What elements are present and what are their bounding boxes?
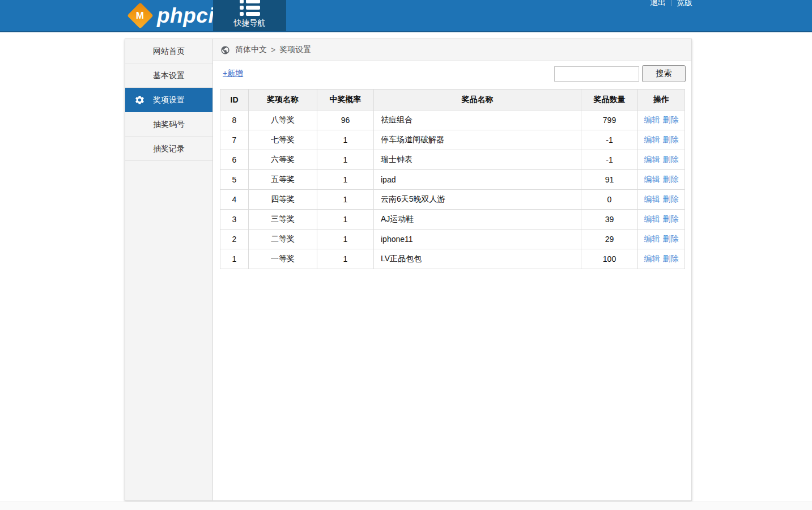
logout-link[interactable]: 退出 xyxy=(650,0,666,8)
sidebar-item-label: 抽奖码号 xyxy=(153,120,185,129)
col-header-award: 奖项名称 xyxy=(249,90,317,110)
wide-mode-link[interactable]: 宽版 xyxy=(677,0,692,8)
delete-link[interactable]: 删除 xyxy=(663,135,679,144)
cell-quantity: 91 xyxy=(581,170,638,190)
delete-link[interactable]: 删除 xyxy=(663,115,679,124)
cell-quantity: -1 xyxy=(581,130,638,150)
cell-probability: 1 xyxy=(317,190,374,210)
cell-probability: 1 xyxy=(317,170,374,190)
sidebar-item-lottery-codes[interactable]: 抽奖码号 xyxy=(125,112,212,137)
sidebar-item-award-settings[interactable]: 奖项设置 xyxy=(125,88,212,112)
table-row: 5 五等奖 1 ipad 91 编辑删除 xyxy=(220,170,685,190)
edit-link[interactable]: 编辑 xyxy=(644,234,660,243)
cell-id: 3 xyxy=(220,210,249,230)
logo-text: phpci xyxy=(157,4,214,28)
cell-prize: ipad xyxy=(374,170,581,190)
cell-id: 1 xyxy=(220,249,249,269)
search-input[interactable] xyxy=(554,66,639,82)
cell-id: 8 xyxy=(220,110,249,130)
cell-prize: 云南6天5晚双人游 xyxy=(374,190,581,210)
cell-probability: 96 xyxy=(317,110,374,130)
quick-nav-button[interactable]: 快捷导航 xyxy=(213,0,286,31)
cell-prize: 祛痘组合 xyxy=(374,110,581,130)
cell-actions: 编辑删除 xyxy=(638,210,685,230)
cell-actions: 编辑删除 xyxy=(638,110,685,130)
col-header-probability: 中奖概率 xyxy=(317,90,374,110)
logo-mark: M xyxy=(136,10,144,21)
quick-nav-label: 快捷导航 xyxy=(213,18,286,28)
edit-link[interactable]: 编辑 xyxy=(644,155,660,164)
cell-award: 二等奖 xyxy=(249,230,317,249)
table-row: 2 二等奖 1 iphone11 29 编辑删除 xyxy=(220,230,685,249)
toolbar: +新增 搜索 xyxy=(213,61,691,86)
delete-link[interactable]: 删除 xyxy=(663,214,679,223)
cell-award: 七等奖 xyxy=(249,130,317,150)
cell-award: 三等奖 xyxy=(249,210,317,230)
cell-actions: 编辑删除 xyxy=(638,150,685,170)
search-group: 搜索 xyxy=(554,65,686,82)
edit-link[interactable]: 编辑 xyxy=(644,135,660,144)
cell-actions: 编辑删除 xyxy=(638,170,685,190)
cell-award: 六等奖 xyxy=(249,150,317,170)
sidebar-item-lottery-records[interactable]: 抽奖记录 xyxy=(125,137,212,161)
edit-link[interactable]: 编辑 xyxy=(644,194,660,203)
cell-prize: LV正品包包 xyxy=(374,249,581,269)
breadcrumb-page: 奖项设置 xyxy=(279,45,311,55)
link-separator xyxy=(671,0,671,6)
cell-quantity: 29 xyxy=(581,230,638,249)
cell-id: 7 xyxy=(220,130,249,150)
sidebar-item-home[interactable]: 网站首页 xyxy=(125,39,212,63)
edit-link[interactable]: 编辑 xyxy=(644,254,660,263)
cell-id: 4 xyxy=(220,190,249,210)
search-button[interactable]: 搜索 xyxy=(642,65,686,82)
awards-table: ID 奖项名称 中奖概率 奖品名称 奖品数量 操作 8 八等奖 96 祛痘组合 … xyxy=(220,89,685,269)
sidebar: 网站首页 基本设置 奖项设置 抽奖码号 抽奖记录 xyxy=(125,39,213,500)
delete-link[interactable]: 删除 xyxy=(663,155,679,164)
logo-diamond-icon: M xyxy=(127,2,154,29)
gear-icon xyxy=(134,95,145,105)
cell-probability: 1 xyxy=(317,130,374,150)
delete-link[interactable]: 删除 xyxy=(663,175,679,184)
cell-award: 一等奖 xyxy=(249,249,317,269)
cell-id: 5 xyxy=(220,170,249,190)
breadcrumb-separator: > xyxy=(271,45,275,54)
app-container: 网站首页 基本设置 奖项设置 抽奖码号 抽奖记录 简体中文 > 奖项设置 xyxy=(125,39,692,501)
sidebar-item-label: 奖项设置 xyxy=(153,95,185,104)
edit-link[interactable]: 编辑 xyxy=(644,214,660,223)
logo[interactable]: M phpci xyxy=(131,0,214,31)
cell-award: 五等奖 xyxy=(249,170,317,190)
sidebar-item-basic-settings[interactable]: 基本设置 xyxy=(125,63,212,88)
table-row: 3 三等奖 1 AJ运动鞋 39 编辑删除 xyxy=(220,210,685,230)
cell-probability: 1 xyxy=(317,210,374,230)
table-row: 1 一等奖 1 LV正品包包 100 编辑删除 xyxy=(220,249,685,269)
table-row: 8 八等奖 96 祛痘组合 799 编辑删除 xyxy=(220,110,685,130)
edit-link[interactable]: 编辑 xyxy=(644,115,660,124)
edit-link[interactable]: 编辑 xyxy=(644,175,660,184)
cell-actions: 编辑删除 xyxy=(638,249,685,269)
table-row: 6 六等奖 1 瑞士钟表 -1 编辑删除 xyxy=(220,150,685,170)
topbar-links: 退出 宽版 xyxy=(650,0,692,8)
cell-quantity: 0 xyxy=(581,190,638,210)
delete-link[interactable]: 删除 xyxy=(663,194,679,203)
cell-quantity: 799 xyxy=(581,110,638,130)
cell-probability: 1 xyxy=(317,249,374,269)
cell-prize: 瑞士钟表 xyxy=(374,150,581,170)
delete-link[interactable]: 删除 xyxy=(663,254,679,263)
add-new-link[interactable]: +新增 xyxy=(223,69,243,79)
cell-actions: 编辑删除 xyxy=(638,130,685,150)
footer-band xyxy=(0,502,812,510)
cell-actions: 编辑删除 xyxy=(638,230,685,249)
cell-award: 四等奖 xyxy=(249,190,317,210)
col-header-id: ID xyxy=(220,90,249,110)
cell-quantity: -1 xyxy=(581,150,638,170)
list-icon xyxy=(240,0,260,16)
breadcrumb-language[interactable]: 简体中文 xyxy=(235,45,267,55)
sidebar-item-label: 网站首页 xyxy=(153,46,185,56)
cell-probability: 1 xyxy=(317,230,374,249)
cell-id: 2 xyxy=(220,230,249,249)
delete-link[interactable]: 删除 xyxy=(663,234,679,243)
cell-quantity: 39 xyxy=(581,210,638,230)
table-header-row: ID 奖项名称 中奖概率 奖品名称 奖品数量 操作 xyxy=(220,90,685,110)
col-header-prize: 奖品名称 xyxy=(374,90,581,110)
main-content: 简体中文 > 奖项设置 +新增 搜索 ID 奖项名称 中奖概率 奖品名称 奖品数… xyxy=(213,39,691,500)
